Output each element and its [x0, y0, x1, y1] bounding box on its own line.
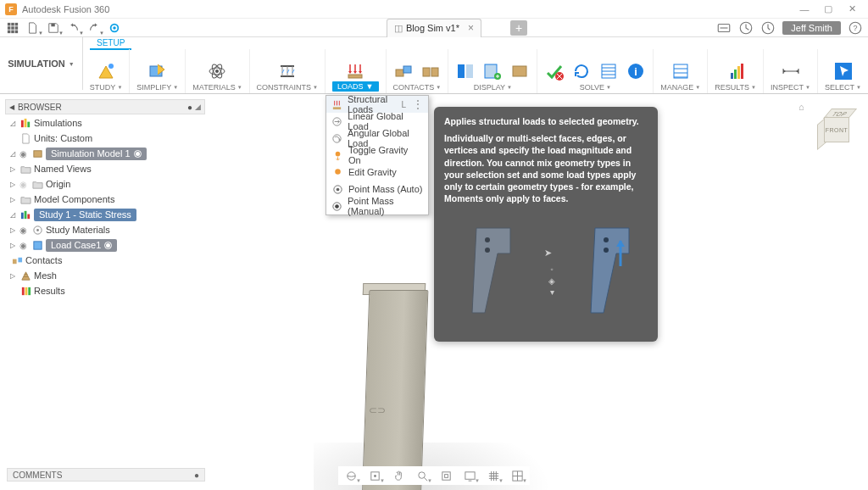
- new-study-icon[interactable]: [96, 61, 116, 81]
- group-label-manage[interactable]: MANAGE▼: [660, 83, 700, 92]
- tree-results[interactable]: Results: [5, 283, 205, 298]
- document-tab[interactable]: ◫ Blog Sim v1* ×: [387, 19, 481, 37]
- viewcube-home-icon[interactable]: ⌂: [798, 102, 809, 112]
- solve-info-icon[interactable]: i: [626, 61, 646, 81]
- angular-load-icon: [331, 132, 342, 144]
- tree-units[interactable]: Units: Custom: [5, 131, 205, 146]
- browser-pin-icon[interactable]: ◢: [195, 103, 201, 111]
- user-chip[interactable]: Jeff Smith: [782, 21, 841, 35]
- model-part[interactable]: [360, 290, 429, 490]
- zoom-icon[interactable]: ▼: [413, 468, 431, 483]
- orbit-icon[interactable]: ▼: [342, 468, 360, 483]
- visibility-icon[interactable]: ◉: [17, 226, 29, 235]
- svg-rect-53: [12, 259, 16, 264]
- tree-named-views[interactable]: ▷ Named Views: [5, 161, 205, 176]
- group-label-display[interactable]: DISPLAY▼: [474, 83, 512, 92]
- visibility-off-icon[interactable]: ◉: [17, 180, 29, 189]
- data-panel-button[interactable]: [3, 20, 22, 36]
- viewcube[interactable]: TOP FRONT: [812, 105, 854, 148]
- menu-angular-global-load[interactable]: Angular Global Load: [326, 130, 428, 147]
- display-toggle-1-icon[interactable]: [455, 61, 476, 81]
- linear-load-icon: [331, 115, 342, 127]
- group-label-materials[interactable]: MATERIALS▼: [192, 83, 242, 92]
- collapse-icon[interactable]: ◀: [9, 103, 14, 111]
- active-radio-icon[interactable]: [104, 242, 112, 249]
- group-label-solve[interactable]: SOLVE▼: [580, 83, 611, 92]
- svg-rect-76: [444, 474, 448, 477]
- redo-button[interactable]: ▼: [85, 20, 103, 36]
- browser-header[interactable]: ◀ BROWSER ● ◢: [5, 99, 205, 114]
- pan-icon[interactable]: [389, 468, 408, 483]
- tree-root[interactable]: ◿ Simulations: [5, 115, 205, 131]
- job-status-icon[interactable]: [738, 20, 754, 36]
- workspace-selector[interactable]: SIMULATION ▼: [0, 37, 83, 90]
- viewcube-front-face[interactable]: FRONT: [824, 117, 849, 142]
- display-toggle-2-icon[interactable]: [482, 61, 503, 81]
- manage-icon[interactable]: [670, 61, 691, 81]
- group-label-loads[interactable]: LOADS▼: [332, 81, 378, 92]
- tree-model[interactable]: ◿ ◉ Simulation Model 1: [5, 146, 205, 161]
- materials-icon[interactable]: [207, 61, 227, 81]
- folder-icon: [31, 178, 44, 190]
- group-label-constraints[interactable]: CONSTRAINTS▼: [257, 83, 318, 92]
- file-menu-button[interactable]: ▼: [24, 20, 42, 36]
- tree-mesh[interactable]: ▷ Mesh: [5, 268, 205, 283]
- tree-load-case[interactable]: ▷ ◉ Load Case1: [5, 237, 205, 253]
- tree-contacts[interactable]: Contacts: [5, 253, 205, 268]
- window-close-button[interactable]: ✕: [841, 2, 863, 17]
- new-document-tab-button[interactable]: +: [510, 20, 527, 36]
- simplify-icon[interactable]: [147, 61, 168, 81]
- menu-options-icon[interactable]: ⋮: [413, 98, 423, 110]
- group-label-results[interactable]: RESULTS▼: [715, 83, 756, 92]
- autosave-status-icon[interactable]: [105, 20, 124, 36]
- constraints-icon[interactable]: [277, 61, 298, 81]
- display-toggle-3-icon[interactable]: [509, 61, 530, 81]
- menu-point-mass-auto[interactable]: Point Mass (Auto): [326, 181, 428, 198]
- display-settings-icon[interactable]: ▼: [460, 468, 479, 483]
- undo-button[interactable]: ▼: [64, 20, 83, 36]
- svg-rect-40: [737, 66, 740, 79]
- menu-point-mass-manual[interactable]: Point Mass (Manual): [326, 198, 428, 214]
- materials-node-icon: [31, 224, 44, 236]
- precheck-icon[interactable]: [544, 61, 565, 81]
- loads-icon[interactable]: [345, 61, 365, 81]
- solve-refresh-icon[interactable]: [571, 61, 592, 81]
- menu-structural-loads[interactable]: Structural Loads L ⋮: [326, 96, 428, 113]
- visibility-icon[interactable]: ◉: [17, 241, 29, 250]
- svg-rect-56: [25, 287, 27, 294]
- menu-toggle-gravity[interactable]: Toggle Gravity On: [326, 147, 428, 164]
- window-maximize-button[interactable]: ▢: [817, 2, 839, 17]
- inspect-icon[interactable]: [781, 61, 801, 81]
- group-label-simplify[interactable]: SIMPLIFY▼: [136, 83, 178, 92]
- browser-settings-icon[interactable]: ●: [187, 103, 192, 112]
- tree-origin[interactable]: ▷ ◉ Origin: [5, 176, 205, 192]
- save-button[interactable]: ▼: [44, 20, 63, 36]
- fit-icon[interactable]: [437, 468, 455, 483]
- menu-edit-gravity[interactable]: Edit Gravity: [326, 164, 428, 181]
- notifications-icon[interactable]: [760, 20, 776, 36]
- tree-study[interactable]: ◿ Study 1 - Static Stress: [5, 207, 205, 222]
- visibility-icon[interactable]: ◉: [17, 149, 29, 159]
- group-label-contacts[interactable]: CONTACTS▼: [393, 83, 442, 92]
- active-radio-icon[interactable]: [134, 150, 142, 158]
- comments-bar[interactable]: COMMENTS ●: [7, 468, 205, 482]
- comments-expand-icon[interactable]: ●: [194, 471, 199, 480]
- solve-settings-icon[interactable]: [598, 61, 619, 81]
- contacts-manual-icon[interactable]: [420, 61, 441, 81]
- window-minimize-button[interactable]: —: [793, 2, 815, 17]
- group-label-inspect[interactable]: INSPECT▼: [771, 83, 810, 92]
- results-icon[interactable]: [726, 61, 746, 81]
- grid-settings-icon[interactable]: ▼: [484, 468, 503, 483]
- help-icon[interactable]: ?: [848, 20, 863, 36]
- tree-study-materials[interactable]: ▷ ◉ Study Materials: [5, 222, 205, 237]
- look-at-icon[interactable]: ▼: [365, 468, 384, 483]
- contacts-auto-icon[interactable]: [393, 61, 414, 81]
- menu-linear-global-load[interactable]: Linear Global Load: [326, 113, 428, 130]
- viewport-layout-icon[interactable]: ▼: [508, 468, 526, 483]
- group-label-study[interactable]: STUDY▼: [90, 83, 122, 92]
- tree-model-components[interactable]: ▷ Model Components: [5, 192, 205, 207]
- group-label-select[interactable]: SELECT▼: [825, 83, 861, 92]
- select-icon[interactable]: [833, 61, 854, 81]
- extensions-icon[interactable]: [716, 20, 732, 36]
- document-tab-close-icon[interactable]: ×: [468, 22, 474, 34]
